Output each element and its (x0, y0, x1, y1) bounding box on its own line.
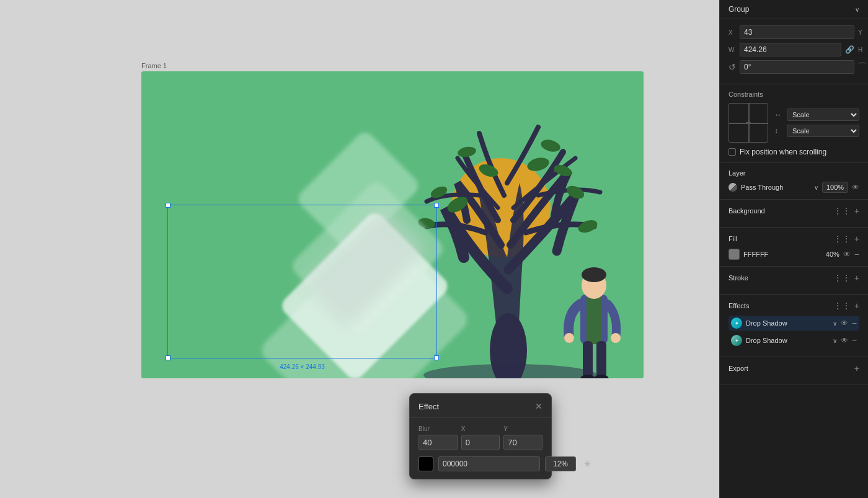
blur-input[interactable] (418, 435, 458, 450)
effect2-name: Drop Shadow (746, 337, 829, 344)
background-label: Background (728, 207, 765, 215)
x-label: X (728, 29, 737, 36)
fill-grid-icon[interactable]: ⋮⋮ (833, 234, 851, 244)
corner-row: ⌒ ⊞ (858, 60, 868, 74)
v-constraint-select[interactable]: Scale Top Bottom Top and Bottom Center (787, 125, 859, 137)
v-constraint-icon: ↕ (774, 127, 783, 135)
frame-content (141, 71, 644, 378)
svg-point-17 (582, 267, 606, 282)
stroke-add-button[interactable]: + (854, 273, 859, 283)
layer-header: Layer (728, 169, 859, 177)
lock-icon: 🔗 (845, 45, 854, 54)
effect2-remove-button[interactable]: − (852, 336, 857, 345)
frame-label: Frame 1 (141, 62, 167, 69)
effect1-name: Drop Shadow (746, 319, 829, 327)
position-grid: X Y W 🔗 H ↺ ⌒ ⊞ (728, 25, 859, 74)
fill-add-button[interactable]: + (854, 234, 859, 244)
popup-color-swatch[interactable] (418, 456, 433, 471)
effect1-icon: ✦ (731, 318, 742, 329)
h-constraint-select[interactable]: Scale Left Right Left and Right Center (787, 109, 859, 121)
blend-chevron[interactable]: ∨ (814, 184, 818, 191)
group-chevron[interactable]: ∨ (855, 6, 859, 13)
popup-close-button[interactable]: ✕ (535, 401, 542, 411)
svg-point-19 (611, 333, 621, 343)
w-input[interactable] (740, 43, 841, 56)
effects-grid-icon[interactable]: ⋮⋮ (833, 301, 851, 311)
popup-inputs-grid: Blur X Y (418, 425, 542, 450)
y-input[interactable] (503, 435, 542, 450)
background-header: Background ⋮⋮ + (728, 206, 859, 216)
fill-section: Fill ⋮⋮ + FFFFFF 40% 👁 − (720, 228, 868, 267)
fill-label: Fill (728, 235, 737, 242)
effect2-icon: ✦ (731, 335, 742, 346)
background-controls: ⋮⋮ + (833, 206, 859, 216)
layer-section: Layer Pass Through ∨ 👁 (720, 163, 868, 200)
x-row: X (728, 25, 854, 39)
illustration-svg (141, 71, 644, 378)
constraints-title: Constraints (728, 91, 859, 98)
background-add-button[interactable]: + (854, 206, 859, 216)
layer-row: Pass Through ∨ 👁 (728, 182, 859, 193)
position-size-section: X Y W 🔗 H ↺ ⌒ ⊞ (720, 19, 868, 84)
effect-popup: Effect ✕ Blur X Y (409, 393, 552, 479)
effect1-eye-icon[interactable]: 👁 (841, 319, 848, 327)
rotation-row: ↺ (728, 60, 854, 74)
rotation-input[interactable] (740, 60, 854, 74)
export-label: Export (728, 365, 748, 372)
x-col: X (461, 425, 500, 450)
svg-rect-15 (587, 296, 601, 344)
fill-opacity[interactable]: 40% (817, 251, 839, 258)
effect1-remove-button[interactable]: − (852, 318, 857, 328)
corner-label: ⌒ (858, 61, 867, 73)
effect2-eye-icon[interactable]: 👁 (841, 336, 848, 345)
effect1-chevron[interactable]: ∨ (833, 320, 837, 327)
popup-opacity-input[interactable] (545, 456, 576, 471)
constraint-box (728, 103, 768, 143)
popup-color-row: ☀ (418, 456, 542, 471)
svg-point-18 (564, 333, 574, 343)
export-add-button[interactable]: + (854, 363, 859, 373)
blend-icon (728, 183, 737, 192)
h-constraint-row: ↔ Scale Left Right Left and Right Center (774, 109, 859, 121)
w-label: W (728, 47, 737, 53)
effects-add-button[interactable]: + (854, 301, 859, 311)
constraints-section: Constraints ↔ Scale Left Right Left and … (720, 84, 868, 163)
opacity-input[interactable] (822, 182, 848, 193)
fill-remove-button[interactable]: − (854, 249, 859, 259)
effects-header: Effects ⋮⋮ + (728, 301, 859, 311)
effects-controls: ⋮⋮ + (833, 301, 859, 311)
effect2-chevron[interactable]: ∨ (833, 337, 837, 344)
popup-body: Blur X Y ☀ (410, 418, 551, 479)
h-row: H (858, 43, 868, 56)
fill-color-swatch[interactable] (728, 249, 740, 260)
blend-mode-select[interactable]: Pass Through (741, 184, 810, 191)
stroke-section: Stroke ⋮⋮ + (720, 267, 868, 295)
blur-col: Blur (418, 425, 458, 450)
export-controls: + (854, 363, 859, 373)
fill-header: Fill ⋮⋮ + (728, 234, 859, 244)
effect-row-1: ✦ Drop Shadow ∨ 👁 − (728, 316, 859, 331)
fill-controls: ⋮⋮ + (833, 234, 859, 244)
x-label: X (461, 425, 500, 432)
stroke-label: Stroke (728, 274, 748, 282)
popup-hex-input[interactable] (438, 456, 540, 471)
blur-label: Blur (418, 425, 458, 432)
fill-hex-value: FFFFFF (743, 251, 813, 258)
x-input[interactable] (740, 25, 854, 39)
svg-rect-20 (583, 341, 593, 378)
layer-eye-icon[interactable]: 👁 (852, 183, 859, 192)
group-header: Group ∨ (720, 0, 868, 19)
x-input[interactable] (461, 435, 500, 450)
fill-eye-icon[interactable]: 👁 (843, 250, 851, 259)
layer-label: Layer (728, 169, 746, 177)
background-grid-icon[interactable]: ⋮⋮ (833, 206, 851, 216)
stroke-grid-icon[interactable]: ⋮⋮ (833, 273, 851, 283)
fix-position-checkbox[interactable] (728, 148, 736, 156)
v-line (748, 104, 750, 142)
v-constraint-row: ↕ Scale Top Bottom Top and Bottom Center (774, 125, 859, 137)
y-col: Y (503, 425, 542, 450)
fix-position-row: Fix position when scrolling (728, 148, 859, 156)
stroke-controls: ⋮⋮ + (833, 273, 859, 283)
effect-row-2: ✦ Drop Shadow ∨ 👁 − (728, 333, 859, 348)
y-label: Y (858, 29, 867, 36)
